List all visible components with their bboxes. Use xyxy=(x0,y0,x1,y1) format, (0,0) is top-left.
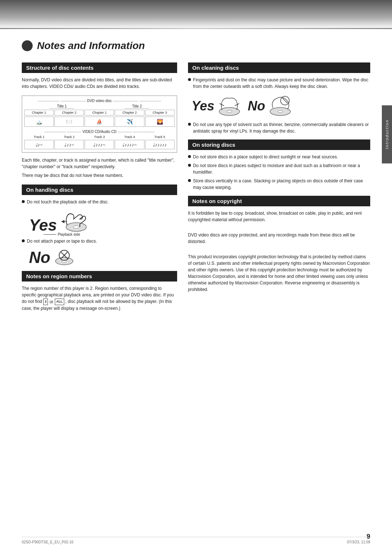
region-icons: 2 or ALL xyxy=(43,299,64,305)
ch3: Chapter 1 xyxy=(85,110,114,116)
structure-text1: Normally, DVD video discs are divided in… xyxy=(22,77,177,90)
storing-text2: Do not store discs in places subject to … xyxy=(193,162,370,175)
page-title-text: Notes and Information xyxy=(37,40,145,52)
m2: ♩♪♪~ xyxy=(54,140,84,149)
page-content: Notes and Information Structure of disc … xyxy=(0,29,392,347)
storing-heading: On storing discs xyxy=(188,139,370,150)
cleaning-yes: Yes xyxy=(192,94,242,118)
no-label-big: No xyxy=(29,248,50,267)
section-region: Notes on region numbers The region numbe… xyxy=(22,271,177,312)
copyright-text3: This product incorporates copyright prot… xyxy=(188,254,370,293)
handling-bullet2: Do not attach paper or tape to discs. xyxy=(22,238,177,244)
copyright-text1: It is forbidden by law to copy, broadcas… xyxy=(188,210,370,223)
vcd-label: ———— VIDEO CD/Audio CD ———— xyxy=(24,130,175,134)
playback-line xyxy=(44,234,56,235)
storing-text1: Do not store discs in a place subject to… xyxy=(193,154,338,160)
m5: ♩♪♪♪♪♪ xyxy=(145,140,175,149)
title1-label: Title 1 xyxy=(50,104,74,109)
bullet-dot xyxy=(22,200,25,203)
cleaning-bullet2: Do not use any type of solvent such as t… xyxy=(188,121,370,134)
bullet-dot-s2 xyxy=(188,164,191,167)
playback-side-label: Playback side xyxy=(58,232,80,236)
bullet-dot-c1 xyxy=(188,78,191,81)
dvd-diagram: ——————— DVD video disc ——————— Title 1 T… xyxy=(22,96,177,153)
storing-bullet2: Do not store discs in places subject to … xyxy=(188,162,370,175)
no-disc-svg xyxy=(53,247,75,267)
yes-disc-svg xyxy=(60,209,89,234)
structure-heading: Structure of disc contents xyxy=(22,62,177,73)
svg-point-10 xyxy=(278,110,283,113)
playback-side-row: Playback side xyxy=(44,232,80,236)
region-heading: Notes on region numbers xyxy=(22,271,177,281)
bullet-dot2 xyxy=(22,239,25,242)
tr2: Track 2 xyxy=(54,135,84,139)
music-row: ♩♪~ ♩♪♪~ ♩♪♪♪~ ♩♪♪♪♪~ ♩♪♪♪♪♪ xyxy=(24,140,175,149)
copyright-heading: Notes on copyright xyxy=(188,196,370,206)
img-row: 🏔️ 🍽️ ⛵ ✈️ 🌄 xyxy=(24,117,175,127)
handling-text1: Do not touch the playback side of the di… xyxy=(27,199,109,205)
side-tab: Introduction xyxy=(382,105,392,163)
no-disc-area: No xyxy=(29,247,177,267)
cleaning-text2: Do not use any type of solvent such as t… xyxy=(193,121,370,134)
title2-label: Title 2 xyxy=(125,104,149,109)
ch2: Chapter 2 xyxy=(54,110,84,116)
dvd-label: ——————— DVD video disc ——————— xyxy=(24,99,175,103)
structure-text3: There may be discs that do not have thes… xyxy=(22,172,177,179)
section-copyright: Notes on copyright It is forbidden by la… xyxy=(188,196,370,293)
handling-bullet1: Do not touch the playback side of the di… xyxy=(22,199,177,205)
vcd-label-text: VIDEO CD/Audio CD xyxy=(82,130,117,134)
region-icon-2: 2 xyxy=(43,299,48,305)
page-number: 9 xyxy=(367,533,370,540)
img1: 🏔️ xyxy=(24,117,54,127)
copyright-text2: DVD video discs are copy protected, and … xyxy=(188,232,370,245)
chapter-row: Chapter 1 Chapter 2 Chapter 1 Chapter 2 … xyxy=(24,110,175,116)
ch5: Chapter 3 xyxy=(145,110,175,116)
left-column: Structure of disc contents Normally, DVD… xyxy=(22,62,177,317)
yes-disc-row: Yes xyxy=(29,209,89,234)
storing-bullet3: Store discs vertically in a case. Stacki… xyxy=(188,178,370,191)
tr5: Track 5 xyxy=(145,135,175,139)
track-row: Track 1 Track 2 Track 3 Track 4 Track 5 xyxy=(24,135,175,139)
region-body: The region number of this player is 2. R… xyxy=(22,285,177,312)
tr4: Track 4 xyxy=(115,135,144,139)
page-title: Notes and Information xyxy=(22,40,370,52)
cleaning-no-svg xyxy=(268,94,293,118)
cleaning-text1: Fingerprints and dust on the disc may ca… xyxy=(193,77,370,90)
side-tab-label: Introduction xyxy=(385,119,389,149)
img2: 🍽️ xyxy=(54,117,84,127)
structure-body2: Each title, chapter, or track is assigne… xyxy=(22,157,177,179)
right-column: On cleaning discs Fingerprints and dust … xyxy=(188,62,370,317)
tr3: Track 3 xyxy=(85,135,114,139)
copyright-body: It is forbidden by law to copy, broadcas… xyxy=(188,210,370,293)
m4: ♩♪♪♪♪~ xyxy=(115,140,144,149)
footer-right: 07/3/23, 11:08 xyxy=(347,540,370,544)
footer: 02SD-P90DTSE_E_EU_P02-16 07/3/23, 11:08 xyxy=(22,537,370,544)
img4: ✈️ xyxy=(115,117,144,127)
img3: ⛵ xyxy=(85,117,114,127)
cleaning-no-label: No xyxy=(248,98,265,114)
section-handling: On handling discs Do not touch the playb… xyxy=(22,185,177,267)
img5: 🌄 xyxy=(145,117,175,127)
svg-point-1 xyxy=(73,226,79,228)
structure-body1: Normally, DVD video discs are divided in… xyxy=(22,77,177,90)
cleaning-heading: On cleaning discs xyxy=(188,62,370,73)
section-storing: On storing discs Do not store discs in a… xyxy=(188,139,370,191)
cleaning-yes-svg xyxy=(217,94,242,118)
bullet-dot-s3 xyxy=(188,179,191,182)
two-columns: Structure of disc contents Normally, DVD… xyxy=(22,62,370,317)
title-row: Title 1 Title 2 xyxy=(24,104,175,109)
title-icon xyxy=(22,40,33,51)
svg-point-8 xyxy=(227,110,232,113)
bullet-dot-s1 xyxy=(188,155,191,158)
yes-label-big: Yes xyxy=(29,216,57,234)
m3: ♩♪♪♪~ xyxy=(85,140,114,149)
cleaning-yes-no: Yes xyxy=(192,94,370,118)
cleaning-yes-label: Yes xyxy=(192,98,215,114)
section-cleaning: On cleaning discs Fingerprints and dust … xyxy=(188,62,370,134)
yes-disc-area: Yes xyxy=(29,209,177,236)
tr1: Track 1 xyxy=(24,135,54,139)
storing-bullet1: Do not store discs in a place subject to… xyxy=(188,154,370,160)
cleaning-bullet1: Fingerprints and dust on the disc may ca… xyxy=(188,77,370,90)
handling-text2: Do not attach paper or tape to discs. xyxy=(27,238,97,244)
footer-left: 02SD-P90DTSE_E_EU_P02-16 xyxy=(22,540,73,544)
